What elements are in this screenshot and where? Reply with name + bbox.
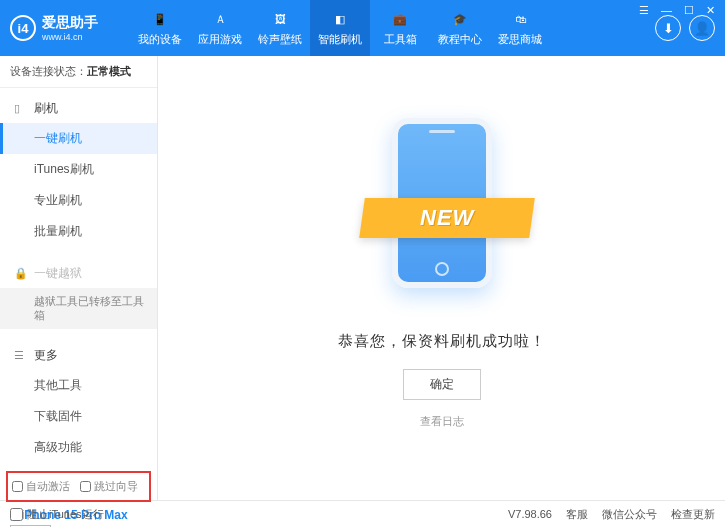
connection-status: 设备连接状态：正常模式 — [0, 56, 157, 88]
sidebar-flash-header[interactable]: ▯ 刷机 — [0, 94, 157, 123]
logo-icon: i4 — [10, 15, 36, 41]
app-name: 爱思助手 — [42, 14, 98, 32]
wechat-link[interactable]: 微信公众号 — [602, 507, 657, 522]
service-link[interactable]: 客服 — [566, 507, 588, 522]
sidebar-jailbreak-header[interactable]: 🔒 一键越狱 — [0, 259, 157, 288]
phone-icon: ▯ — [14, 102, 28, 115]
success-message: 恭喜您，保资料刷机成功啦！ — [338, 332, 546, 351]
nav-toolbox[interactable]: 💼 工具箱 — [370, 0, 430, 56]
nav-my-device[interactable]: 📱 我的设备 — [130, 0, 190, 56]
minimize-icon[interactable]: — — [659, 4, 674, 17]
flash-icon: ◧ — [330, 9, 350, 29]
nav-tutorials[interactable]: 🎓 教程中心 — [430, 0, 490, 56]
block-itunes-checkbox[interactable]: 阻止iTunes运行 — [10, 507, 104, 522]
nav-label: 应用游戏 — [198, 32, 242, 47]
download-button[interactable]: ⬇ — [655, 15, 681, 41]
view-log-link[interactable]: 查看日志 — [420, 414, 464, 429]
sidebar-more-header[interactable]: ☰ 更多 — [0, 341, 157, 370]
nav-store[interactable]: 🛍 爱思商城 — [490, 0, 550, 56]
sidebar-item-othertools[interactable]: 其他工具 — [0, 370, 157, 401]
device-icon: 📱 — [150, 9, 170, 29]
sidebar-item-oneclick[interactable]: 一键刷机 — [0, 123, 157, 154]
toolbox-icon: 💼 — [390, 9, 410, 29]
main-content: NEW 恭喜您，保资料刷机成功啦！ 确定 查看日志 — [158, 56, 725, 500]
nav-label: 我的设备 — [138, 32, 182, 47]
sidebar-item-batch[interactable]: 批量刷机 — [0, 216, 157, 247]
logo: i4 爱思助手 www.i4.cn — [10, 14, 130, 42]
app-url: www.i4.cn — [42, 32, 98, 42]
options-box: 自动激活 跳过向导 — [6, 471, 151, 502]
store-icon: 🛍 — [510, 9, 530, 29]
header: i4 爱思助手 www.i4.cn 📱 我的设备 Ａ 应用游戏 🖼 铃声壁纸 ◧… — [0, 0, 725, 56]
sidebar-item-pro[interactable]: 专业刷机 — [0, 185, 157, 216]
ui-settings-icon[interactable]: ☰ — [637, 4, 651, 17]
sidebar-item-advanced[interactable]: 高级功能 — [0, 432, 157, 463]
ok-button[interactable]: 确定 — [403, 369, 481, 400]
maximize-icon[interactable]: ☐ — [682, 4, 696, 17]
menu-icon: ☰ — [14, 349, 28, 362]
skip-guide-checkbox[interactable]: 跳过向导 — [80, 479, 138, 494]
sidebar: 设备连接状态：正常模式 ▯ 刷机 一键刷机 iTunes刷机 专业刷机 批量刷机… — [0, 56, 158, 500]
user-button[interactable]: 👤 — [689, 15, 715, 41]
nav-label: 爱思商城 — [498, 32, 542, 47]
sidebar-item-itunes[interactable]: iTunes刷机 — [0, 154, 157, 185]
new-ribbon: NEW — [359, 198, 535, 238]
sidebar-jailbreak-note: 越狱工具已转移至工具箱 — [0, 288, 157, 329]
nav-label: 教程中心 — [438, 32, 482, 47]
close-icon[interactable]: ✕ — [704, 4, 717, 17]
lock-icon: 🔒 — [14, 267, 28, 280]
nav-apps[interactable]: Ａ 应用游戏 — [190, 0, 250, 56]
nav-label: 智能刷机 — [318, 32, 362, 47]
tutorial-icon: 🎓 — [450, 9, 470, 29]
nav-ringtones[interactable]: 🖼 铃声壁纸 — [250, 0, 310, 56]
update-link[interactable]: 检查更新 — [671, 507, 715, 522]
nav: 📱 我的设备 Ａ 应用游戏 🖼 铃声壁纸 ◧ 智能刷机 💼 工具箱 🎓 教程中心… — [130, 0, 655, 56]
auto-activate-checkbox[interactable]: 自动激活 — [12, 479, 70, 494]
apps-icon: Ａ — [210, 9, 230, 29]
wallpaper-icon: 🖼 — [270, 9, 290, 29]
nav-label: 工具箱 — [384, 32, 417, 47]
version-label: V7.98.66 — [508, 508, 552, 520]
sidebar-item-download-fw[interactable]: 下载固件 — [0, 401, 157, 432]
nav-label: 铃声壁纸 — [258, 32, 302, 47]
success-illustration: NEW — [382, 118, 502, 308]
nav-flash[interactable]: ◧ 智能刷机 — [310, 0, 370, 56]
